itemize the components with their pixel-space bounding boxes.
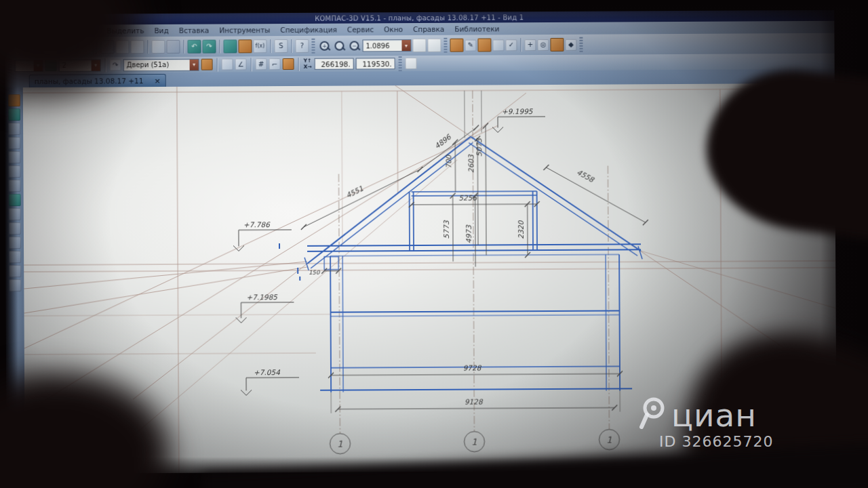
snap-magnifier-icon[interactable] <box>492 39 504 51</box>
menu-insert[interactable]: Вставка <box>179 26 210 35</box>
edit-tool-icon[interactable] <box>9 265 21 277</box>
redo-icon[interactable]: ↷ <box>202 40 216 54</box>
redo-glyph: ↷ <box>206 43 212 50</box>
text-tool-icon[interactable] <box>8 222 20 235</box>
toolbar-grip[interactable] <box>7 40 11 55</box>
geometry-tool-icon[interactable] <box>7 108 20 121</box>
dim-ledge: 150 <box>309 269 321 276</box>
zoom-scale-value: 1.0896 <box>363 42 401 49</box>
cut-icon[interactable] <box>100 40 114 54</box>
toolbar-separator <box>520 38 521 52</box>
cursor-x-field[interactable]: 119530. <box>356 58 395 69</box>
copy-properties-icon[interactable] <box>151 40 165 54</box>
line-tool-icon[interactable] <box>8 123 20 135</box>
layer-dropdown[interactable]: ▾ <box>92 60 100 70</box>
zoom-scale-combo[interactable]: 1.0896 ▾ <box>362 39 411 52</box>
measure-tool-icon[interactable] <box>9 251 21 263</box>
pointer-tool-icon[interactable] <box>7 94 20 106</box>
print-preview-icon[interactable] <box>79 41 93 54</box>
menu-specification[interactable]: Спецификация <box>280 26 337 34</box>
help-glyph: ? <box>300 43 304 49</box>
menu-file[interactable]: Файл <box>31 27 51 35</box>
photo-of-monitor: { "window": { "title": "КОМПАС-3D V15.1 … <box>0 0 868 488</box>
copy-icon[interactable] <box>115 40 129 54</box>
grid-toggle-icon[interactable]: # <box>256 58 267 70</box>
parametrics-tool-icon[interactable] <box>9 279 21 291</box>
snap-pencil-icon[interactable]: ✎ <box>465 39 476 51</box>
step-combo[interactable]: ▾ <box>15 59 43 71</box>
menu-service[interactable]: Сервис <box>347 25 374 33</box>
ortho-mode-button[interactable] <box>283 58 294 70</box>
document-manager-icon[interactable] <box>223 39 237 53</box>
paste-icon[interactable] <box>130 40 144 54</box>
copy-style-icon[interactable] <box>222 58 233 70</box>
toolbar-grip[interactable] <box>399 56 402 71</box>
menu-help[interactable]: Справка <box>413 25 444 33</box>
specification-icon[interactable]: S <box>274 39 288 53</box>
zoom-scale-dropdown[interactable]: ▾ <box>401 40 410 51</box>
close-icon[interactable]: × <box>154 77 160 85</box>
spec-glyph: S <box>279 43 283 49</box>
current-layer-combo[interactable]: 2 ▾ <box>59 59 101 71</box>
dim-bottom-1: 9728 <box>463 364 482 372</box>
style-color-button[interactable] <box>201 59 213 70</box>
layers-icon[interactable] <box>45 60 57 71</box>
confirm-icon[interactable]: ✓ <box>505 39 517 51</box>
global-snaps-button[interactable] <box>450 39 463 52</box>
zoom-in-icon[interactable]: + <box>317 39 331 53</box>
rounding-icon[interactable]: ◎ <box>537 39 549 51</box>
menu-view[interactable]: Вид <box>154 26 168 35</box>
watermark-id: ID 326625720 <box>659 433 773 450</box>
local-snaps-button[interactable] <box>477 38 491 52</box>
add-point-icon[interactable]: + <box>524 39 536 51</box>
arc-tool-icon[interactable] <box>8 151 20 163</box>
menu-editor[interactable]: Редактор <box>61 26 96 35</box>
dim-ridge-mid: 2603 <box>467 154 475 173</box>
new-document-icon[interactable] <box>14 41 27 54</box>
symbol-tool-icon[interactable] <box>8 237 20 249</box>
local-csys-icon[interactable]: ⌐ <box>269 58 281 70</box>
diamond-snap-icon[interactable]: ◆ <box>565 39 576 50</box>
check-glyph: ✓ <box>509 41 514 48</box>
diamond-glyph: ◆ <box>568 41 574 48</box>
dimension-tool-icon[interactable] <box>8 208 20 220</box>
refresh-view-icon[interactable] <box>427 39 441 52</box>
open-document-icon[interactable] <box>28 41 42 54</box>
toolbar-grip[interactable] <box>311 39 315 54</box>
document-properties-icon[interactable] <box>406 58 417 69</box>
style-arrow-icon[interactable]: ↷ <box>110 59 121 70</box>
zoom-out-icon[interactable]: − <box>347 39 361 52</box>
print-icon[interactable] <box>64 41 78 54</box>
toolbar-separator <box>291 39 292 53</box>
layer-style-combo[interactable]: Двери (51а) ▾ <box>123 58 199 71</box>
save-icon[interactable] <box>43 41 57 54</box>
document-tab[interactable]: планы, фасады 13.08.17 +11 × <box>29 74 166 87</box>
spline-tool-icon[interactable] <box>8 165 20 178</box>
window-title: КОМПАС-3D V15.1 - планы, фасады 13.08.17… <box>315 14 524 22</box>
toolbar-grip[interactable] <box>8 58 12 73</box>
step-dropdown[interactable]: ▾ <box>34 60 43 70</box>
show-all-icon[interactable] <box>412 39 426 52</box>
context-help-icon[interactable]: ? <box>295 39 309 53</box>
menu-window[interactable]: Окно <box>384 25 403 33</box>
variables-icon[interactable]: f(x) <box>253 39 267 53</box>
menu-tools[interactable]: Инструменты <box>219 26 270 34</box>
rectangle-tool-icon[interactable] <box>8 180 20 192</box>
zoom-area-icon[interactable] <box>332 39 346 53</box>
fx-glyph: f(x) <box>256 43 265 49</box>
angle-snap-icon[interactable]: ∠ <box>235 58 247 70</box>
rebuild-icon[interactable] <box>238 39 252 53</box>
toolbar-grip[interactable] <box>579 37 583 52</box>
chevron-down-icon: ▾ <box>193 62 195 68</box>
cursor-y-field[interactable]: 266198. <box>315 58 354 70</box>
hatch-tool-icon[interactable] <box>8 194 20 206</box>
ortho-drawing-button[interactable] <box>550 38 564 52</box>
circle-tool-icon[interactable] <box>8 137 20 149</box>
calculator-icon[interactable] <box>166 40 180 54</box>
menu-select[interactable]: Выделить <box>106 26 144 35</box>
axis-label-3: 1 <box>606 435 612 445</box>
undo-icon[interactable]: ↶ <box>187 40 201 54</box>
toolbar-grip[interactable] <box>443 38 447 53</box>
menu-libraries[interactable]: Библиотеки <box>454 24 499 33</box>
style-dropdown[interactable]: ▾ <box>190 59 199 70</box>
